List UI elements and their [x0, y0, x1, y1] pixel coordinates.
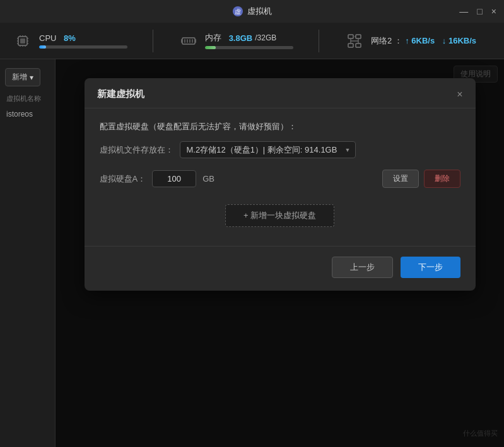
cpu-bar-track — [39, 45, 127, 49]
window-controls: — □ × — [459, 7, 496, 16]
divider-1 — [153, 30, 153, 52]
svg-rect-20 — [187, 39, 188, 43]
sidebar-item-istoreos[interactable]: istoreos — [0, 105, 55, 123]
storage-label: 虚拟机文件存放在： — [100, 144, 173, 156]
close-button[interactable]: × — [491, 7, 496, 16]
modal-header: 新建虚拟机 × — [85, 78, 476, 108]
title-bar-title: 虚 虚拟机 — [232, 6, 272, 17]
svg-rect-3 — [20, 38, 25, 44]
modal-overlay: 新建虚拟机 × 配置虚拟硬盘（硬盘配置后无法扩容，请做好预留）： 虚拟机文件存放… — [56, 59, 504, 447]
svg-rect-17 — [181, 39, 182, 43]
modal-title: 新建虚拟机 — [97, 88, 144, 100]
cpu-info: CPU 8% — [39, 33, 127, 49]
storage-select-wrapper: M.2存储12（硬盘1）| 剩余空间: 914.1GB — [180, 141, 356, 158]
app-icon: 虚 — [232, 6, 243, 17]
memory-label: 内存 3.8GB/32GB — [205, 32, 293, 44]
svg-rect-18 — [195, 39, 196, 43]
maximize-button[interactable]: □ — [477, 7, 482, 16]
divider-2 — [319, 30, 319, 52]
modal-close-button[interactable]: × — [457, 90, 462, 100]
modal-footer: 上一步 下一步 — [85, 246, 476, 291]
new-vm-modal: 新建虚拟机 × 配置虚拟硬盘（硬盘配置后无法扩容，请做好预留）： 虚拟机文件存放… — [85, 78, 476, 291]
cpu-label: CPU 8% — [39, 33, 127, 43]
next-button[interactable]: 下一步 — [401, 257, 460, 278]
minimize-button[interactable]: — — [459, 7, 468, 16]
chevron-down-icon: ▾ — [30, 73, 33, 82]
content-area: 使用说明 新建虚拟机 × 配置虚拟硬盘（硬盘配置后无法扩容，请做好预留）： 虚拟… — [56, 59, 504, 447]
svg-text:虚: 虚 — [235, 8, 241, 15]
modal-body: 配置虚拟硬盘（硬盘配置后无法扩容，请做好预留）： 虚拟机文件存放在： M.2存储… — [85, 108, 476, 246]
memory-stat: 内存 3.8GB/32GB — [179, 31, 293, 51]
disk-unit: GB — [202, 174, 214, 183]
disk-a-actions: 设置 删除 — [382, 170, 460, 188]
add-button[interactable]: 新增 ▾ — [5, 68, 40, 86]
cpu-bar-fill — [39, 45, 46, 49]
svg-rect-25 — [348, 44, 353, 47]
memory-info: 内存 3.8GB/32GB — [205, 32, 293, 49]
prev-button[interactable]: 上一步 — [332, 257, 393, 278]
settings-button[interactable]: 设置 — [382, 170, 419, 188]
storage-select[interactable]: M.2存储12（硬盘1）| 剩余空间: 914.1GB — [180, 141, 356, 158]
network-label: 网络2：↑ 6KB/s ↓ 16KB/s — [371, 35, 476, 47]
disk-a-row: 虚拟硬盘A： GB 设置 删除 — [100, 170, 460, 188]
svg-rect-21 — [189, 39, 190, 43]
disk-a-label: 虚拟硬盘A： — [100, 173, 146, 185]
svg-rect-24 — [356, 35, 361, 38]
svg-rect-19 — [184, 39, 185, 43]
memory-bar-track — [205, 46, 293, 49]
sidebar: 新增 ▾ 虚拟机名称 istoreos — [0, 59, 56, 447]
network-info: 网络2：↑ 6KB/s ↓ 16KB/s — [371, 35, 476, 47]
stats-bar: CPU 8% 内存 3.8GB/32GB — [0, 23, 504, 59]
svg-rect-23 — [348, 35, 353, 38]
sidebar-section-label: 虚拟机名称 — [0, 90, 55, 105]
title-bar: 虚 虚拟机 — □ × — [0, 0, 504, 23]
memory-bar-fill — [205, 46, 216, 49]
svg-rect-26 — [356, 44, 361, 47]
app-title: 虚拟机 — [247, 6, 272, 17]
memory-icon — [179, 31, 199, 51]
svg-rect-22 — [192, 39, 193, 43]
cpu-stat: CPU 8% — [13, 31, 127, 51]
storage-form-row: 虚拟机文件存放在： M.2存储12（硬盘1）| 剩余空间: 914.1GB — [100, 141, 460, 158]
add-disk-button[interactable]: + 新增一块虚拟硬盘 — [225, 204, 334, 227]
cpu-icon — [13, 31, 33, 51]
disk-a-input[interactable] — [152, 170, 196, 187]
main-area: 新增 ▾ 虚拟机名称 istoreos 使用说明 新建虚拟机 × 配置虚拟硬盘（… — [0, 59, 504, 447]
delete-button[interactable]: 删除 — [424, 170, 460, 188]
network-stat: 网络2：↑ 6KB/s ↓ 16KB/s — [344, 31, 476, 51]
network-icon — [344, 31, 365, 51]
section-title: 配置虚拟硬盘（硬盘配置后无法扩容，请做好预留）： — [100, 121, 460, 132]
